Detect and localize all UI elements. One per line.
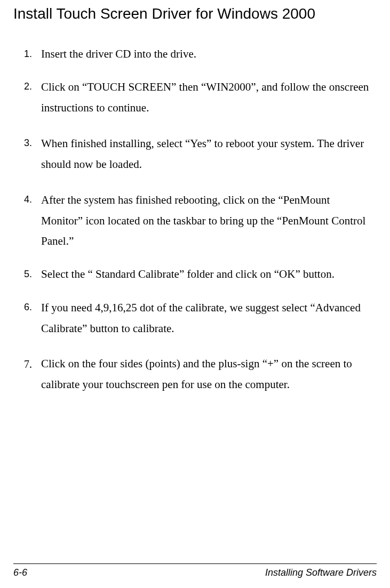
list-item: 6. If you need 4,9,16,25 dot of the cali… (24, 297, 377, 339)
list-item: 3. When finished installing, select “Yes… (24, 133, 377, 175)
item-text: Click on the four sides (points) and the… (41, 353, 377, 395)
item-number: 6. (24, 297, 41, 339)
item-text: Click on “TOUCH SCREEN” then “WIN2000”, … (41, 77, 377, 118)
item-number: 7. (24, 353, 41, 395)
list-item: 4. After the system has finished rebooti… (24, 190, 377, 252)
item-number: 4. (24, 190, 41, 252)
item-text: After the system has finished rebooting,… (41, 190, 377, 252)
item-text: When finished installing, select “Yes” t… (41, 133, 377, 175)
item-number: 1. (24, 46, 41, 62)
page-title: Install Touch Screen Driver for Windows … (13, 5, 377, 22)
item-number: 2. (24, 77, 41, 118)
footer-label: Installing Software Drivers (265, 567, 377, 578)
list-item: 1. Insert the driver CD into the drive. (24, 46, 377, 62)
item-text: If you need 4,9,16,25 dot of the calibra… (41, 297, 377, 339)
page-footer: 6-6 Installing Software Drivers (13, 563, 377, 578)
page-number: 6-6 (13, 567, 27, 578)
item-number: 5. (24, 267, 41, 282)
list-item: 5. Select the “ Standard Calibrate” fold… (24, 267, 377, 282)
item-text: Select the “ Standard Calibrate” folder … (41, 267, 377, 282)
item-text: Insert the driver CD into the drive. (41, 46, 377, 62)
item-number: 3. (24, 133, 41, 175)
list-item: 2. Click on “TOUCH SCREEN” then “WIN2000… (24, 77, 377, 118)
list-item: 7. Click on the four sides (points) and … (24, 353, 377, 395)
instruction-list: 1. Insert the driver CD into the drive. … (13, 46, 377, 395)
